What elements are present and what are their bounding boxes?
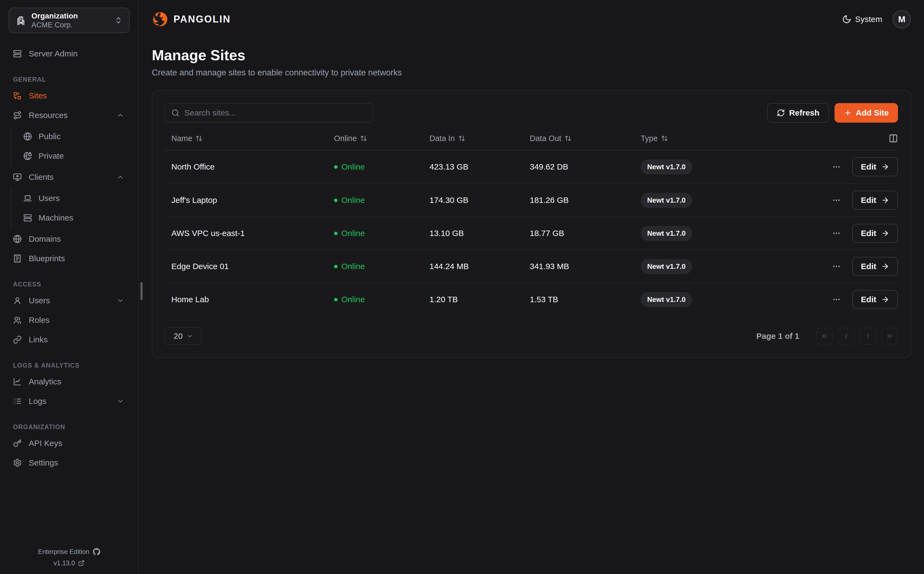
edit-label: Edit — [861, 262, 876, 271]
edition-link[interactable]: Enterprise Edition — [0, 548, 138, 555]
row-menu-button[interactable] — [832, 196, 841, 205]
sidebar-item-label: Server Admin — [29, 49, 77, 58]
page-size-select[interactable]: 20 — [165, 327, 202, 345]
column-header-type[interactable]: Type — [641, 134, 759, 143]
status-dot — [334, 199, 338, 202]
sidebar-item-analytics[interactable]: Analytics — [0, 373, 138, 390]
org-selector[interactable]: Organization ACME Corp. — [9, 8, 130, 33]
chevron-right-icon — [864, 332, 872, 340]
sidebar-item-settings[interactable]: Settings — [0, 454, 138, 472]
user-icon — [13, 296, 22, 305]
sidebar-item-public[interactable]: Public — [11, 128, 138, 145]
main-content: PANGOLIN System M Manage Sites Create an… — [139, 0, 924, 574]
sidebar-item-label: Settings — [29, 458, 58, 467]
edit-label: Edit — [861, 196, 876, 205]
key-icon — [13, 439, 22, 448]
row-menu-button[interactable] — [832, 295, 841, 304]
sidebar-item-label: Domains — [29, 234, 61, 244]
edit-button[interactable]: Edit — [852, 224, 898, 243]
server-icon — [23, 213, 32, 222]
avatar[interactable]: M — [893, 10, 911, 28]
site-status: Online — [334, 295, 429, 304]
column-header-online[interactable]: Online — [334, 134, 429, 143]
sidebar-item-label: Resources — [29, 111, 68, 120]
type-badge: Newt v1.7.0 — [641, 259, 692, 274]
search-icon — [171, 109, 179, 117]
table-row: Edge Device 01 Online 144.24 MB 341.93 M… — [165, 249, 898, 283]
route-icon — [13, 111, 22, 120]
globe-lock-icon — [23, 151, 32, 160]
top-bar: PANGOLIN System M — [152, 0, 911, 38]
prev-page-button[interactable] — [838, 328, 855, 344]
sidebar-item-logs[interactable]: Logs — [0, 393, 138, 410]
add-site-button[interactable]: Add Site — [834, 103, 898, 123]
sidebar-item-users[interactable]: Users — [0, 292, 138, 309]
next-page-button[interactable] — [860, 328, 876, 344]
column-header-data-out[interactable]: Data Out — [530, 134, 641, 143]
edit-button[interactable]: Edit — [852, 290, 898, 309]
column-label: Data In — [429, 134, 455, 143]
sort-icon — [661, 135, 668, 142]
chevron-up-icon — [116, 112, 124, 119]
edit-label: Edit — [861, 295, 876, 304]
version-label: v1.13.0 — [54, 559, 75, 567]
sidebar-item-server-admin[interactable]: Server Admin — [0, 45, 138, 62]
column-header-data-in[interactable]: Data In — [429, 134, 530, 143]
page-subtitle: Create and manage sites to enable connec… — [152, 68, 911, 77]
status-label: Online — [341, 295, 365, 304]
ellipsis-icon — [832, 196, 841, 205]
section-general: GENERAL — [0, 76, 138, 83]
sidebar-item-roles[interactable]: Roles — [0, 311, 138, 329]
edit-button[interactable]: Edit — [852, 257, 898, 276]
sidebar: Organization ACME Corp. Server Admin GEN… — [0, 0, 139, 574]
sidebar-item-sites[interactable]: Sites — [0, 87, 138, 104]
column-label: Data Out — [530, 134, 561, 143]
row-menu-button[interactable] — [832, 162, 841, 171]
receipt-icon — [13, 254, 22, 263]
edit-button[interactable]: Edit — [852, 191, 898, 210]
refresh-button[interactable]: Refresh — [767, 103, 830, 123]
ellipsis-icon — [832, 162, 841, 171]
sidebar-item-label: Sites — [29, 91, 47, 100]
brand-name: PANGOLIN — [173, 14, 231, 25]
sidebar-item-api-keys[interactable]: API Keys — [0, 435, 138, 452]
last-page-button[interactable] — [881, 328, 898, 344]
column-header-name[interactable]: Name — [171, 134, 334, 143]
sidebar-item-resources[interactable]: Resources — [0, 107, 138, 124]
sidebar-item-clients[interactable]: Clients — [0, 169, 138, 186]
version-link[interactable]: v1.13.0 — [0, 559, 138, 567]
arrow-right-icon — [881, 229, 889, 237]
globe-icon — [23, 132, 32, 141]
sidebar-item-client-users[interactable]: Users — [11, 189, 138, 207]
sidebar-item-domains[interactable]: Domains — [0, 230, 138, 248]
sidebar-item-label: Roles — [29, 315, 50, 325]
org-selector-value: ACME Corp. — [31, 20, 78, 30]
data-out: 18.77 GB — [530, 229, 641, 238]
chevron-down-icon — [187, 333, 193, 339]
arrow-right-icon — [881, 262, 889, 270]
columns-toggle-button[interactable] — [889, 134, 898, 143]
sidebar-item-label: Users — [39, 194, 60, 203]
section-logs-analytics: LOGS & ANALYTICS — [0, 362, 138, 369]
sidebar-item-machines[interactable]: Machines — [11, 209, 138, 227]
data-in: 13.10 GB — [429, 229, 530, 238]
sort-icon — [458, 135, 465, 142]
pangolin-logo-icon — [152, 11, 169, 28]
data-out: 349.62 DB — [530, 162, 641, 172]
logs-icon — [13, 397, 22, 405]
sidebar-item-links[interactable]: Links — [0, 331, 138, 348]
link-icon — [13, 335, 22, 344]
row-menu-button[interactable] — [832, 262, 841, 271]
first-page-button[interactable] — [816, 328, 833, 344]
theme-toggle[interactable]: System — [842, 15, 882, 24]
sidebar-item-blueprints[interactable]: Blueprints — [0, 250, 138, 267]
chart-line-icon — [13, 377, 22, 386]
sidebar-item-private[interactable]: Private — [11, 147, 138, 165]
sidebar-scrollbar-thumb[interactable] — [140, 282, 143, 300]
search-input[interactable] — [184, 108, 367, 117]
data-out: 1.53 TB — [530, 295, 641, 304]
row-menu-button[interactable] — [832, 229, 841, 238]
building-icon — [16, 15, 26, 25]
top-right: System M — [842, 10, 911, 28]
edit-button[interactable]: Edit — [852, 157, 898, 176]
